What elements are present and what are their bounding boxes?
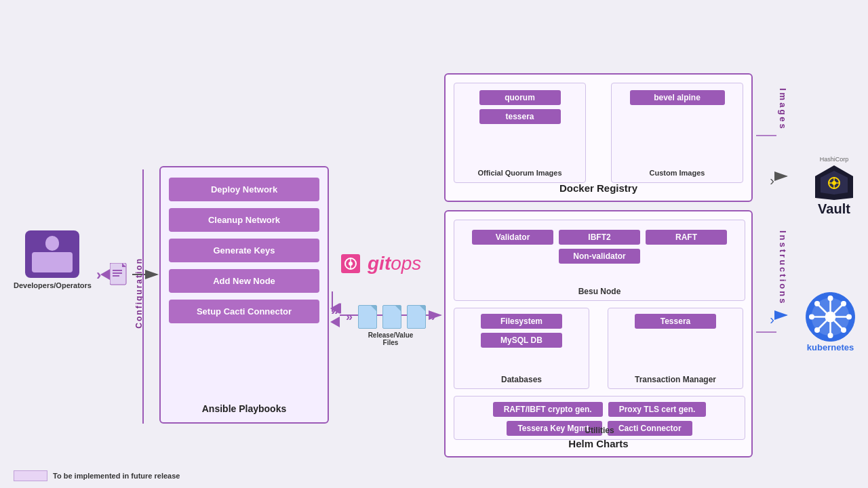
tessera-tm-badge: Tessera bbox=[635, 314, 716, 329]
vault-icon bbox=[814, 164, 854, 201]
ibft2-badge: IBFT2 bbox=[559, 230, 640, 245]
doc-icon bbox=[110, 263, 129, 289]
kubernetes-icon bbox=[805, 291, 856, 342]
txmgr-title: Transaction Manager bbox=[608, 375, 743, 384]
gitops-text: gitops bbox=[368, 253, 421, 274]
developer-label: Developers/Operators bbox=[14, 281, 92, 289]
mysql-badge: MySQL DB bbox=[481, 333, 562, 348]
besu-row2: Non-validator bbox=[460, 249, 739, 264]
raft-badge: RAFT bbox=[646, 230, 727, 245]
ansible-box-title: Ansible Playbooks bbox=[161, 403, 328, 414]
document-svg bbox=[110, 263, 129, 287]
developer-section: Developers/Operators bbox=[14, 230, 92, 289]
utilities-box: RAFT/IBFT crypto gen. Proxy TLS cert gen… bbox=[454, 396, 745, 440]
deploy-network-button[interactable]: Deploy Network bbox=[169, 178, 319, 201]
right-arrows: › bbox=[431, 310, 435, 324]
official-quorum-label: Official Quorum Images bbox=[454, 169, 585, 177]
svg-point-33 bbox=[814, 301, 820, 306]
legend-box bbox=[14, 470, 47, 481]
kubernetes-section: kubernetes bbox=[805, 291, 856, 352]
util-row1: RAFT/IBFT crypto gen. Proxy TLS cert gen… bbox=[460, 402, 739, 417]
vault-sublabel: HashiCorp bbox=[820, 156, 849, 163]
svg-point-34 bbox=[841, 327, 846, 333]
filesystem-badge: Filesystem bbox=[481, 314, 562, 329]
ansible-playbooks-box: Deploy Network Cleanup Network Generate … bbox=[159, 166, 329, 424]
validator-badge: Validator bbox=[472, 230, 553, 245]
kubernetes-label: kubernetes bbox=[807, 342, 854, 352]
arrow-to-k8s: › bbox=[770, 312, 774, 327]
besu-row1: Validator IBFT2 RAFT bbox=[460, 230, 739, 245]
utilities-title: Utilities bbox=[454, 426, 745, 435]
helm-charts-title: Helm Charts bbox=[446, 438, 751, 449]
arrow-dev-to-doc bbox=[100, 269, 110, 280]
vault-label: Vault bbox=[818, 201, 850, 217]
svg-point-32 bbox=[846, 314, 852, 320]
svg-point-30 bbox=[828, 333, 833, 338]
non-validator-badge: Non-validator bbox=[559, 249, 640, 264]
bevel-alpine-badge: bevel alpine bbox=[630, 90, 725, 105]
left-arrows: » bbox=[346, 310, 353, 324]
besu-node-title: Besu Node bbox=[454, 287, 745, 296]
svg-point-3 bbox=[45, 237, 59, 251]
svg-rect-9 bbox=[113, 270, 122, 271]
docker-custom-images: bevel alpine Custom Images bbox=[611, 83, 743, 183]
add-new-node-button[interactable]: Add New Node bbox=[169, 269, 319, 293]
file-icon-3 bbox=[407, 305, 426, 329]
svg-point-6 bbox=[50, 260, 55, 265]
generate-keys-button[interactable]: Generate Keys bbox=[169, 239, 319, 262]
architecture-diagram: Developers/Operators › Configuration Dep… bbox=[0, 0, 868, 488]
instructions-label: Instructions bbox=[778, 230, 788, 305]
databases-title: Databases bbox=[454, 375, 589, 384]
docker-registry-title: Docker Registry bbox=[446, 182, 751, 194]
gitops-section: gitops bbox=[338, 251, 421, 277]
svg-rect-5 bbox=[40, 256, 64, 268]
docker-official-quorum: quorum tessera Official Quorum Images bbox=[454, 83, 586, 183]
docker-registry-box: quorum tessera Official Quorum Images be… bbox=[444, 73, 753, 202]
gitops-icon bbox=[338, 251, 363, 277]
svg-point-31 bbox=[809, 314, 814, 320]
double-arrow-to-files: » bbox=[331, 302, 339, 319]
config-border-line bbox=[142, 169, 144, 424]
transaction-manager-box: Tessera Transaction Manager bbox=[608, 308, 743, 389]
svg-point-28 bbox=[825, 312, 836, 323]
legend: To be implemented in future release bbox=[14, 470, 180, 481]
besu-node-box: Validator IBFT2 RAFT Non-validator Besu … bbox=[454, 220, 745, 301]
tessera-badge: tessera bbox=[479, 109, 561, 124]
custom-images-label: Custom Images bbox=[612, 169, 743, 177]
developer-icon bbox=[25, 230, 79, 278]
helm-charts-box: Validator IBFT2 RAFT Non-validator Besu … bbox=[444, 210, 753, 458]
svg-rect-10 bbox=[113, 272, 122, 274]
files-label: Release/ValueFiles bbox=[368, 331, 414, 346]
arrow-to-vault: › bbox=[770, 173, 774, 188]
raft-ibft-badge: RAFT/IBFT crypto gen. bbox=[493, 402, 603, 417]
ops-text: ops bbox=[391, 253, 421, 274]
developer-svg bbox=[32, 236, 73, 273]
quorum-badge: quorum bbox=[479, 90, 561, 105]
svg-rect-11 bbox=[113, 275, 119, 277]
files-section: » › Release/ValueFiles bbox=[346, 305, 435, 346]
databases-box: Filesystem MySQL DB Databases bbox=[454, 308, 589, 389]
file-icon-2 bbox=[382, 305, 401, 329]
images-label: Images bbox=[778, 88, 788, 131]
svg-point-29 bbox=[828, 296, 833, 301]
setup-cacti-button[interactable]: Setup Cacti Connector bbox=[169, 300, 319, 323]
gitops-logo-container: gitops bbox=[338, 251, 421, 277]
files-row: » › bbox=[346, 305, 435, 329]
git-text: git bbox=[368, 253, 391, 274]
proxy-tls-badge: Proxy TLS cert gen. bbox=[608, 402, 707, 417]
svg-rect-4 bbox=[35, 253, 69, 272]
svg-point-35 bbox=[841, 301, 846, 306]
legend-text: To be implemented in future release bbox=[53, 472, 180, 480]
arrow-chevron: › bbox=[96, 266, 101, 284]
file-icon-1 bbox=[358, 305, 377, 329]
svg-point-36 bbox=[814, 327, 820, 333]
cleanup-network-button[interactable]: Cleanup Network bbox=[169, 208, 319, 232]
vault-section: HashiCorp Vault bbox=[814, 156, 854, 217]
